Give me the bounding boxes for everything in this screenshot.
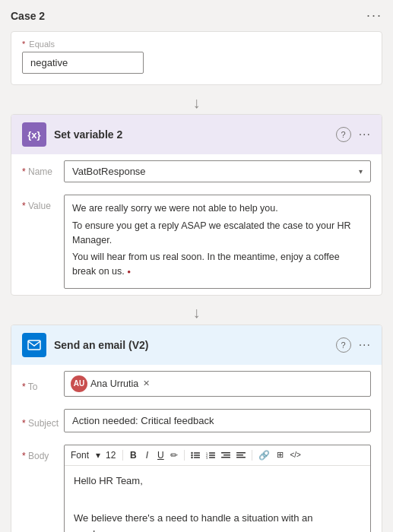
body-editor[interactable]: Font ▾ 12 B I U ✏ 1.2.3. — [64, 445, 371, 532]
svg-text:3.: 3. — [206, 456, 208, 459]
value-field-content: We are really sorry we were not able to … — [64, 195, 371, 289]
email-more-button[interactable]: ··· — [359, 338, 371, 352]
email-card: Send an email (V2) ? ··· * To AU Ana Urr… — [11, 325, 382, 532]
body-line-believe: We believe there's a need to handle a si… — [74, 511, 361, 532]
font-size[interactable]: 12 — [106, 450, 116, 461]
name-select-arrow: ▾ — [359, 167, 363, 176]
name-label: * Name — [22, 160, 64, 177]
page-title: Case 2 — [11, 10, 45, 22]
underline-button[interactable]: U — [154, 449, 166, 461]
set-variable-help-button[interactable]: ? — [336, 127, 351, 142]
header-more-button[interactable]: ··· — [366, 8, 382, 24]
email-header-left: Send an email (V2) — [22, 333, 148, 357]
email-header-right: ? ··· — [336, 337, 371, 353]
dot-red: ● — [127, 268, 131, 275]
font-selector[interactable]: Font — [71, 450, 89, 461]
body-line-hello: Hello HR Team, — [74, 473, 361, 489]
email-to-row: * To AU Ana Urrutia ✕ — [11, 365, 382, 403]
set-variable-value-row: * Value We are really sorry we were not … — [11, 188, 382, 295]
svg-rect-2 — [194, 452, 200, 454]
name-field-content: VatBotResponse ▾ — [64, 160, 371, 182]
svg-rect-15 — [221, 457, 230, 458]
to-field-content: AU Ana Urrutia ✕ — [64, 371, 371, 397]
svg-rect-8 — [209, 452, 215, 454]
body-toolbar: Font ▾ 12 B I U ✏ 1.2.3. — [65, 445, 370, 466]
value-line-3: You will hear from us real soon. In the … — [72, 250, 363, 279]
equals-label: * Equals — [22, 40, 371, 49]
equals-section: * Equals — [11, 31, 382, 85]
set-variable-title: Set variable 2 — [54, 128, 122, 141]
svg-rect-18 — [236, 457, 246, 458]
svg-rect-4 — [194, 454, 200, 456]
set-variable-more-button[interactable]: ··· — [359, 128, 371, 141]
indent-less-button[interactable] — [219, 451, 233, 460]
svg-rect-12 — [209, 457, 215, 458]
set-variable-card: {x} Set variable 2 ? ··· * Name VatBotRe… — [11, 114, 382, 296]
value-line-1: We are really sorry we were not able to … — [72, 201, 363, 216]
indent-more-button[interactable] — [234, 451, 248, 460]
subject-label: * Subject — [22, 412, 64, 429]
body-field-content: Font ▾ 12 B I U ✏ 1.2.3. — [64, 445, 371, 532]
arrow-connector-2: ↓ — [11, 302, 382, 325]
toolbar-sep-2 — [184, 450, 185, 461]
email-help-button[interactable]: ? — [336, 337, 351, 353]
name-select[interactable]: VatBotResponse ▾ — [64, 160, 371, 182]
avatar: AU — [71, 375, 87, 392]
svg-point-1 — [192, 452, 193, 454]
value-box[interactable]: We are really sorry we were not able to … — [64, 195, 371, 289]
toolbar-sep-3 — [252, 450, 252, 461]
email-subject-row: * Subject — [11, 403, 382, 439]
body-label: * Body — [22, 445, 64, 461]
svg-rect-14 — [223, 454, 230, 456]
svg-rect-13 — [221, 452, 230, 454]
font-dropdown-arrow[interactable]: ▾ — [92, 449, 104, 461]
value-label: * Value — [22, 195, 64, 211]
svg-rect-10 — [209, 454, 215, 456]
bold-button[interactable]: B — [127, 449, 139, 461]
svg-rect-0 — [28, 340, 40, 350]
to-field[interactable]: AU Ana Urrutia ✕ — [64, 371, 371, 397]
page-header: Case 2 ··· — [11, 8, 382, 24]
email-title: Send an email (V2) — [54, 339, 148, 351]
italic-button[interactable]: I — [141, 449, 153, 461]
pen-button[interactable]: ✏ — [168, 449, 180, 461]
value-line-2: To ensure you get a reply ASAP we escala… — [72, 219, 363, 248]
set-variable-card-header: {x} Set variable 2 ? ··· — [11, 115, 382, 154]
svg-rect-17 — [236, 454, 243, 456]
recipient-chip: AU Ana Urrutia ✕ — [71, 375, 150, 392]
svg-rect-16 — [236, 452, 246, 454]
remove-recipient-button[interactable]: ✕ — [143, 378, 150, 388]
set-variable-name-row: * Name VatBotResponse ▾ — [11, 154, 382, 188]
email-card-header: Send an email (V2) ? ··· — [11, 325, 382, 365]
code-button[interactable]: </> — [287, 450, 303, 460]
image-button[interactable]: ⊞ — [274, 449, 286, 461]
svg-point-3 — [192, 454, 193, 456]
body-line-blank1 — [74, 492, 361, 508]
numbered-list-button[interactable]: 1.2.3. — [204, 451, 217, 460]
toolbar-sep-1 — [122, 450, 123, 461]
equals-input[interactable] — [22, 52, 144, 74]
recipient-name: Ana Urrutia — [90, 378, 138, 389]
subject-field-content — [64, 409, 371, 432]
email-body-row: * Body Font ▾ 12 B I U ✏ — [11, 439, 382, 532]
body-content[interactable]: Hello HR Team, We believe there's a need… — [65, 466, 370, 532]
bullet-list-button[interactable] — [189, 451, 202, 460]
set-variable-header-left: {x} Set variable 2 — [22, 122, 122, 147]
to-label: * To — [22, 375, 64, 392]
svg-point-5 — [192, 457, 193, 458]
set-variable-icon: {x} — [22, 122, 46, 147]
svg-rect-6 — [194, 457, 200, 458]
subject-input[interactable] — [64, 409, 371, 432]
email-icon — [22, 333, 46, 357]
link-button[interactable]: 🔗 — [256, 449, 272, 461]
set-variable-header-right: ? ··· — [336, 127, 371, 142]
equals-required: * — [22, 40, 25, 49]
arrow-connector: ↓ — [11, 91, 382, 114]
